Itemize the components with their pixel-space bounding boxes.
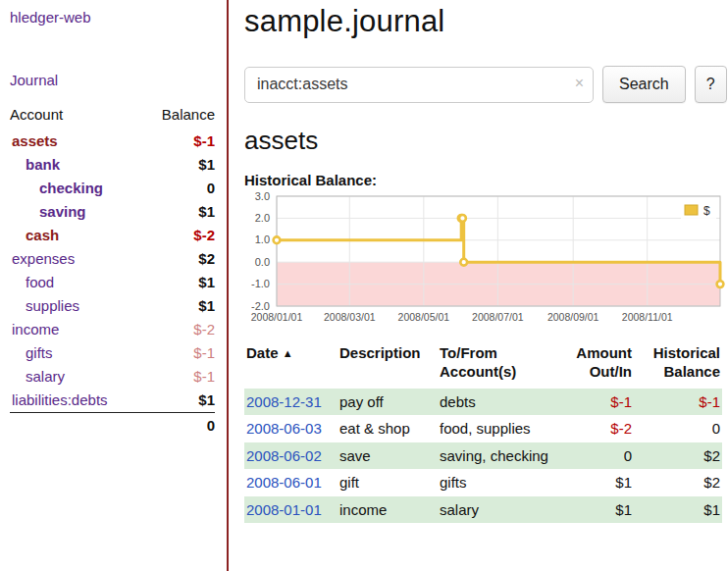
register-header-row: Date ▲ Description To/From Account(s) Am… bbox=[244, 342, 722, 389]
account-balance: $1 bbox=[142, 271, 215, 294]
account-row: saving$1 bbox=[10, 200, 215, 224]
account-link[interactable]: bank bbox=[26, 156, 60, 173]
account-link[interactable]: food bbox=[26, 274, 54, 290]
account-link[interactable]: income bbox=[12, 321, 59, 337]
transaction-date-link[interactable]: 2008-06-03 bbox=[246, 420, 322, 437]
account-link[interactable]: liabilities:debts bbox=[12, 391, 108, 408]
account-balance: $-2 bbox=[142, 224, 215, 247]
transaction-accounts: food, supplies bbox=[438, 415, 553, 442]
account-link[interactable]: gifts bbox=[26, 344, 53, 361]
accounts-table: Account Balance assets$-1bank$1checking0… bbox=[10, 104, 215, 438]
account-balance: $-1 bbox=[142, 341, 215, 365]
accounts-header-account: Account bbox=[10, 104, 142, 130]
account-row: salary$-1 bbox=[10, 365, 215, 389]
account-link[interactable]: checking bbox=[39, 180, 103, 196]
transaction-description: save bbox=[338, 442, 438, 470]
chart-title: Historical Balance: bbox=[244, 172, 727, 188]
register-row: 2008-06-02savesaving, checking0$2 bbox=[244, 442, 722, 470]
svg-text:-1.0: -1.0 bbox=[251, 278, 270, 289]
svg-text:$: $ bbox=[703, 204, 710, 218]
account-balance: 0 bbox=[142, 177, 215, 200]
hledger-web-app: hledger-web Journal Account Balance asse… bbox=[0, 0, 728, 571]
account-link[interactable]: saving bbox=[39, 203, 86, 220]
sidebar-item-journal[interactable]: Journal bbox=[10, 72, 215, 88]
transaction-description: gift bbox=[338, 469, 438, 496]
transaction-balance: 0 bbox=[634, 415, 722, 442]
account-link[interactable]: expenses bbox=[12, 250, 75, 267]
accounts-total-spacer bbox=[10, 413, 142, 439]
account-balance: $2 bbox=[142, 247, 215, 271]
account-balance: $1 bbox=[142, 153, 215, 177]
balance-chart-svg: $3.02.01.00.0-1.0-2.02008/01/012008/03/0… bbox=[244, 193, 724, 325]
accounts-table-body: assets$-1bank$1checking0saving$1cash$-2e… bbox=[10, 130, 215, 413]
account-balance: $1 bbox=[142, 294, 215, 318]
account-link[interactable]: cash bbox=[26, 227, 59, 243]
account-balance: $1 bbox=[142, 389, 215, 413]
account-row: gifts$-1 bbox=[10, 341, 215, 365]
account-row: checking0 bbox=[10, 177, 215, 200]
accounts-header-balance: Balance bbox=[142, 104, 215, 130]
page-title: sample.journal bbox=[244, 4, 727, 39]
transaction-amount: $1 bbox=[553, 496, 634, 524]
accounts-total-value: 0 bbox=[142, 413, 215, 439]
svg-text:2008/01/01: 2008/01/01 bbox=[251, 311, 303, 323]
register-row: 2008-06-01giftgifts$1$2 bbox=[244, 469, 722, 496]
account-row: supplies$1 bbox=[10, 294, 215, 318]
account-balance: $-1 bbox=[142, 130, 215, 153]
transaction-balance: $2 bbox=[634, 469, 722, 496]
transaction-date-link[interactable]: 2008-06-02 bbox=[246, 447, 322, 464]
search-input[interactable] bbox=[244, 67, 594, 103]
svg-text:2008/09/01: 2008/09/01 bbox=[547, 311, 599, 323]
transaction-amount: 0 bbox=[553, 442, 634, 470]
transaction-accounts: debts bbox=[438, 389, 553, 416]
svg-text:2.0: 2.0 bbox=[255, 212, 270, 224]
transaction-amount: $1 bbox=[553, 469, 634, 496]
register-header-balance: Historical Balance bbox=[634, 342, 722, 389]
transaction-description: eat & shop bbox=[338, 415, 438, 442]
date-header-label: Date bbox=[246, 344, 279, 361]
transaction-accounts: salary bbox=[438, 496, 553, 524]
transaction-date-link[interactable]: 2008-06-01 bbox=[246, 474, 322, 491]
register-table-body: 2008-12-31pay offdebts$-1$-12008-06-03ea… bbox=[244, 389, 722, 524]
register-row: 2008-12-31pay offdebts$-1$-1 bbox=[244, 389, 722, 416]
svg-text:2008/03/01: 2008/03/01 bbox=[324, 311, 376, 323]
transaction-description: income bbox=[338, 496, 438, 524]
transaction-accounts: saving, checking bbox=[438, 442, 553, 470]
historical-balance-chart: $3.02.01.00.0-1.0-2.02008/01/012008/03/0… bbox=[244, 193, 727, 328]
account-row: food$1 bbox=[10, 271, 215, 294]
account-link[interactable]: assets bbox=[12, 132, 58, 149]
accounts-total-row: 0 bbox=[10, 413, 215, 439]
register-table: Date ▲ Description To/From Account(s) Am… bbox=[244, 342, 722, 523]
account-row: cash$-2 bbox=[10, 224, 215, 247]
register-row: 2008-06-03eat & shopfood, supplies$-20 bbox=[244, 415, 722, 442]
transaction-date-link[interactable]: 2008-01-01 bbox=[246, 501, 322, 518]
account-link[interactable]: supplies bbox=[26, 297, 79, 314]
svg-text:1.0: 1.0 bbox=[255, 234, 270, 245]
account-row: assets$-1 bbox=[10, 130, 215, 153]
account-balance: $-2 bbox=[142, 318, 215, 341]
transaction-balance: $-1 bbox=[634, 389, 722, 416]
account-link[interactable]: salary bbox=[26, 368, 65, 385]
accounts-header-row: Account Balance bbox=[10, 104, 215, 130]
transaction-date-link[interactable]: 2008-12-31 bbox=[246, 393, 322, 410]
sidebar: hledger-web Journal Account Balance asse… bbox=[0, 0, 229, 571]
transaction-balance: $1 bbox=[634, 496, 722, 524]
account-row: expenses$2 bbox=[10, 247, 215, 271]
sort-ascending-icon: ▲ bbox=[283, 347, 293, 359]
app-title-link[interactable]: hledger-web bbox=[10, 9, 215, 26]
account-balance: $1 bbox=[142, 200, 215, 224]
account-balance: $-1 bbox=[142, 365, 215, 389]
register-header-date[interactable]: Date ▲ bbox=[244, 342, 338, 389]
svg-text:2008/11/01: 2008/11/01 bbox=[622, 311, 673, 323]
clear-search-icon[interactable]: × bbox=[575, 76, 584, 91]
transaction-amount: $-1 bbox=[553, 389, 634, 416]
search-bar: × Search ? bbox=[244, 66, 727, 103]
help-button[interactable]: ? bbox=[695, 66, 727, 103]
account-row: liabilities:debts$1 bbox=[10, 389, 215, 413]
svg-text:0.0: 0.0 bbox=[255, 256, 270, 268]
account-row: bank$1 bbox=[10, 153, 215, 177]
transaction-description: pay off bbox=[338, 389, 438, 416]
search-input-wrap: × bbox=[244, 67, 594, 103]
search-button[interactable]: Search bbox=[602, 66, 686, 103]
main-content: sample.journal × Search ? assets Histori… bbox=[229, 0, 728, 571]
